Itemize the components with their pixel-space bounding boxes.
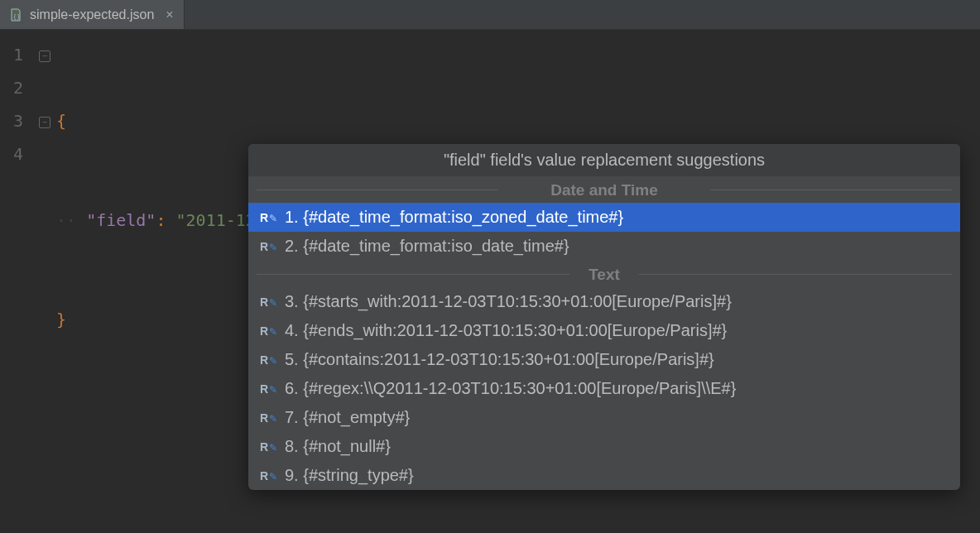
suggestion-label: 4. {#ends_with:2011-12-03T10:15:30+01:00… — [285, 321, 727, 340]
suggestion-item[interactable]: R✎ 5. {#contains:2011-12-03T10:15:30+01:… — [248, 345, 960, 374]
replace-icon: R✎ — [260, 411, 276, 425]
tab-bar: { } simple-expected.json × — [0, 0, 980, 30]
tab-filename: simple-expected.json — [30, 7, 154, 22]
replace-icon: R✎ — [260, 295, 276, 309]
close-brace: } — [56, 310, 66, 329]
svg-text:{ }: { } — [14, 13, 20, 20]
suggestion-label: 3. {#starts_with:2011-12-03T10:15:30+01:… — [285, 292, 732, 311]
suggestion-item[interactable]: R✎ 4. {#ends_with:2011-12-03T10:15:30+01… — [248, 316, 960, 345]
line-number: 1 — [0, 38, 23, 71]
replace-icon: R✎ — [260, 469, 276, 483]
popup-section-header: Text — [248, 261, 960, 287]
replace-icon: R✎ — [260, 211, 276, 224]
suggestion-label: 2. {#date_time_format:iso_date_time#} — [285, 237, 569, 256]
suggestion-label: 6. {#regex:\\Q2011-12-03T10:15:30+01:00[… — [285, 379, 736, 398]
editor: 1 2 3 4 − − { ·· "field": "2011-12-03T10… — [0, 30, 980, 533]
fold-gutter: − − — [33, 30, 56, 533]
line-number: 2 — [0, 71, 23, 104]
close-icon[interactable]: × — [166, 7, 173, 22]
replace-icon: R✎ — [260, 240, 276, 253]
suggestion-item[interactable]: R✎ 7. {#not_empty#} — [248, 403, 960, 432]
suggestion-item[interactable]: R✎ 1. {#date_time_format:iso_zoned_date_… — [248, 203, 960, 232]
replace-icon: R✎ — [260, 382, 276, 396]
open-brace: { — [56, 111, 66, 131]
fold-open-icon[interactable]: − — [39, 50, 50, 62]
popup-title: "field" field's value replacement sugges… — [248, 144, 960, 176]
suggestion-label: 5. {#contains:2011-12-03T10:15:30+01:00[… — [285, 350, 714, 369]
fold-close-icon[interactable]: − — [39, 117, 50, 128]
suggestion-label: 1. {#date_time_format:iso_zoned_date_tim… — [285, 208, 623, 227]
suggestion-item[interactable]: R✎ 2. {#date_time_format:iso_date_time#} — [248, 232, 960, 261]
json-key: "field" — [86, 210, 156, 230]
replace-icon: R✎ — [260, 353, 276, 367]
suggestion-label: 7. {#not_empty#} — [285, 408, 410, 427]
suggestion-label: 9. {#string_type#} — [285, 466, 414, 485]
line-number: 4 — [0, 137, 23, 170]
suggestion-item[interactable]: R✎ 8. {#not_null#} — [248, 432, 960, 461]
replace-icon: R✎ — [260, 324, 276, 338]
suggestion-item[interactable]: R✎ 9. {#string_type#} — [248, 461, 960, 490]
line-gutter: 1 2 3 4 — [0, 30, 33, 533]
json-file-icon: { } — [10, 8, 23, 22]
file-tab[interactable]: { } simple-expected.json × — [0, 0, 185, 29]
replace-icon: R✎ — [260, 440, 276, 454]
line-number: 3 — [0, 104, 23, 137]
suggestions-popup: "field" field's value replacement sugges… — [248, 144, 960, 490]
suggestion-label: 8. {#not_null#} — [285, 437, 391, 456]
popup-section-header: Date and Time — [248, 176, 960, 203]
suggestion-item[interactable]: R✎ 3. {#starts_with:2011-12-03T10:15:30+… — [248, 287, 960, 316]
suggestion-item[interactable]: R✎ 6. {#regex:\\Q2011-12-03T10:15:30+01:… — [248, 374, 960, 403]
